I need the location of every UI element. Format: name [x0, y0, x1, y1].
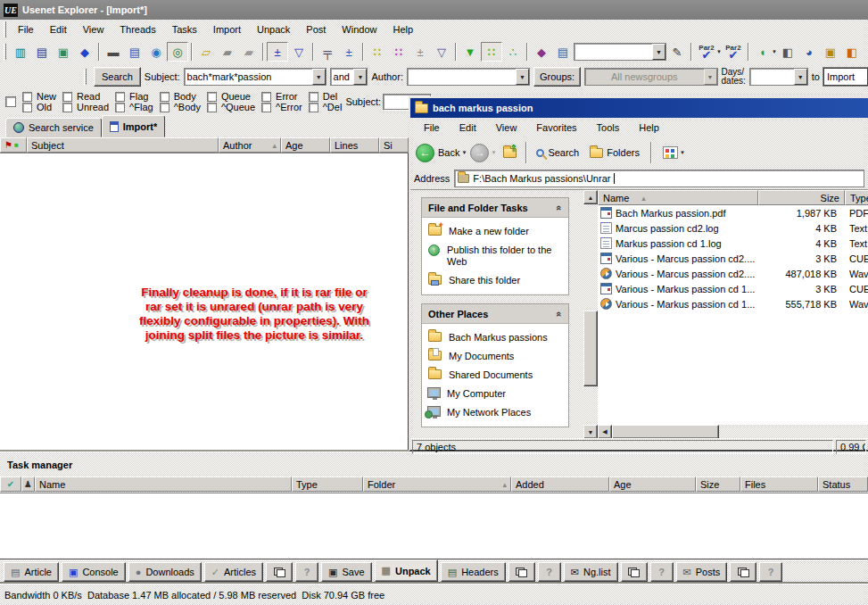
file-row[interactable]: Various - Marcus passion cd2.... 3 KB CU…	[598, 251, 868, 266]
posts-window-button[interactable]	[730, 562, 756, 582]
folder-properties-icon[interactable]: ▰	[217, 42, 238, 62]
add-filter-icon[interactable]: ±	[267, 42, 288, 62]
scroll-up-button[interactable]: ▲	[583, 190, 598, 204]
filter-new-checkbox[interactable]	[22, 92, 32, 102]
file-row[interactable]: Various - Markus passion cd 1... 3 KB CU…	[598, 281, 868, 296]
articles-tab[interactable]: ✓Articles	[204, 562, 263, 582]
compose-icon[interactable]: ✎	[666, 42, 688, 62]
collapse-chevron-icon[interactable]: «	[554, 311, 565, 316]
column-size[interactable]: Size	[758, 190, 845, 205]
nglist-tab[interactable]: ✉Ng.list	[564, 562, 618, 582]
file-row[interactable]: Markus passion cd 1.log 4 KB Text	[598, 236, 868, 251]
explorer-menu-favorites[interactable]: Favorites	[526, 120, 586, 136]
other-places-header[interactable]: Other Places «	[422, 304, 568, 324]
toolbar-grip[interactable]	[4, 44, 6, 60]
nglist-help-button[interactable]: ?	[650, 562, 674, 582]
filter-unread-checkbox[interactable]	[62, 103, 72, 112]
par2-verify-icon[interactable]: Par2 ✔	[695, 42, 718, 62]
days-input[interactable]	[750, 69, 794, 85]
folders-label[interactable]: Folders	[607, 147, 640, 158]
column-lines[interactable]: Lines	[330, 137, 379, 153]
filter-read-checkbox[interactable]	[62, 92, 72, 102]
headers-tab[interactable]: ▤Headers	[441, 562, 506, 582]
place-bach-markus-passions[interactable]: Bach Markus passions	[428, 332, 564, 344]
downloads-tab[interactable]: ●Downloads	[128, 562, 202, 582]
funnel-run-icon[interactable]: ▽	[431, 42, 452, 62]
up-folder-button[interactable]: →⇑	[503, 148, 517, 158]
posts-tab[interactable]: ✉Posts	[676, 562, 728, 582]
file-row[interactable]: Various - Marcus passion cd2.... 487,018…	[598, 266, 868, 281]
column-enabled[interactable]: ✔	[0, 477, 21, 492]
scroll-down-button[interactable]: ▼	[583, 425, 598, 438]
collapse-tree-icon[interactable]: ╤	[317, 42, 338, 62]
address-input[interactable]: F:\Bach Markus passions\Unrar	[454, 170, 864, 187]
filter-del-checkbox[interactable]	[309, 92, 318, 102]
disk-lock-icon[interactable]: ▣	[820, 42, 841, 62]
author-dropdown-button[interactable]: ▼	[516, 69, 529, 85]
column-task-age[interactable]: Age	[609, 477, 696, 492]
column-name[interactable]: Name ▴	[598, 190, 758, 205]
menu-file[interactable]: File	[10, 21, 42, 37]
chevron-down-icon[interactable]: ▼	[461, 150, 467, 155]
articles-window-button[interactable]	[266, 562, 293, 582]
book-export-icon[interactable]: ▤	[124, 42, 145, 62]
collapse-chevron-icon[interactable]: «	[554, 204, 565, 210]
articles-help-button[interactable]: ?	[295, 562, 318, 582]
explorer-title-bar[interactable]: bach markus passion	[410, 98, 868, 118]
menu-tasks[interactable]: Tasks	[164, 21, 205, 37]
filter-error-checkbox[interactable]	[261, 92, 271, 102]
column-owner[interactable]: ♟	[21, 477, 35, 492]
menu-unpack[interactable]: Unpack	[249, 21, 298, 37]
toolbar-grip[interactable]	[4, 21, 6, 37]
column-task-size[interactable]: Size	[696, 477, 740, 492]
filter-master-checkbox[interactable]	[5, 96, 16, 107]
folder-delete-icon[interactable]: ▰	[238, 42, 260, 62]
column-task-folder[interactable]: Folder ▴	[363, 477, 511, 492]
purple-book-icon[interactable]: ◆	[531, 42, 552, 62]
filter-notqueue-checkbox[interactable]	[207, 103, 217, 112]
column-age[interactable]: Age	[281, 137, 330, 153]
place-my-documents[interactable]: My Documents	[428, 351, 564, 362]
explorer-menu-view[interactable]: View	[486, 120, 527, 136]
filter-queue-checkbox[interactable]	[207, 92, 217, 102]
column-task-type[interactable]: Type	[292, 477, 363, 492]
filter-body-checkbox[interactable]	[160, 92, 169, 102]
clipped-toolbar-icon[interactable]: ◧	[841, 42, 863, 62]
hand-drop-icon[interactable]: ◖	[752, 42, 773, 62]
title-bar[interactable]: UE Usenet Explorer - [Import*]	[0, 0, 868, 20]
file-row[interactable]: Various - Markus passion cd 1... 555,718…	[598, 296, 868, 311]
par2-create-icon[interactable]: Par2 ✔	[722, 42, 745, 62]
chevron-down-icon[interactable]: ▼	[680, 150, 685, 155]
file-folder-tasks-header[interactable]: File and Folder Tasks «	[422, 198, 568, 218]
explorer-menu-help[interactable]: Help	[629, 120, 669, 136]
task-manager-list[interactable]	[0, 493, 868, 559]
export-small-icon[interactable]: ±	[409, 42, 431, 62]
filter-notbody-checkbox[interactable]	[160, 103, 169, 112]
print-icon[interactable]: ▬	[103, 42, 124, 62]
place-shared-documents[interactable]: Shared Documents	[428, 369, 564, 381]
task-make-new-folder[interactable]: Make a new folder	[428, 226, 564, 237]
headers-help-button[interactable]: ?	[538, 562, 561, 582]
menu-import[interactable]: Import	[205, 21, 249, 37]
posts-help-button[interactable]: ?	[759, 562, 782, 582]
views-icon[interactable]	[663, 146, 678, 159]
menu-view[interactable]: View	[75, 21, 112, 37]
scatter-icon[interactable]: ∴	[502, 42, 524, 62]
folders-icon[interactable]	[590, 148, 603, 158]
scrollbar-thumb[interactable]	[583, 311, 598, 386]
place-my-computer[interactable]: My Computer	[428, 388, 564, 400]
days-combo[interactable]: ▼	[749, 68, 808, 86]
scrollbar-thumb[interactable]	[612, 425, 719, 438]
filter-flag-checkbox[interactable]	[115, 92, 125, 102]
explorer-menu-file[interactable]: File	[414, 120, 450, 136]
toolbar-grip[interactable]	[84, 69, 87, 85]
toolbar-combo-dropdown[interactable]: ▼	[652, 44, 665, 60]
flag-column-header[interactable]: ⚑ ■	[0, 137, 27, 153]
open-pages-icon[interactable]: ▤	[552, 42, 574, 62]
menu-help[interactable]: Help	[384, 21, 421, 37]
knot-pink-icon[interactable]: ∷	[388, 42, 409, 62]
funnel-add-icon[interactable]: ▽	[288, 42, 310, 62]
task-pane-scrollbar[interactable]: ▲ ▼	[583, 190, 598, 438]
toolbar-combo[interactable]: ▼	[574, 43, 666, 61]
article-tab[interactable]: ▤Article	[4, 562, 59, 582]
